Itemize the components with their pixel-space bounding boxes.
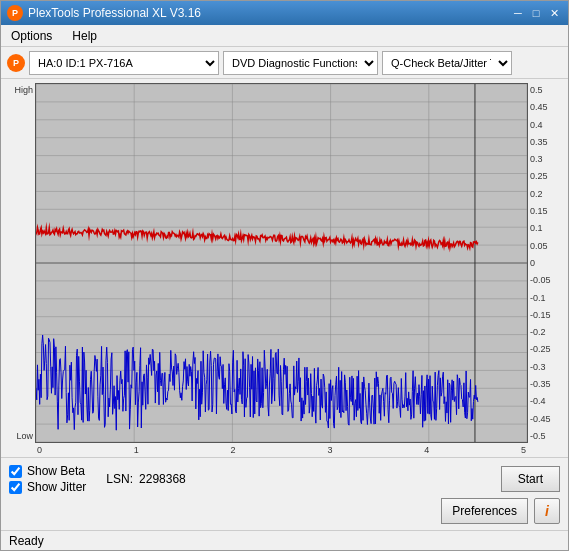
menu-options[interactable]: Options — [5, 27, 58, 45]
minimize-button[interactable]: ─ — [510, 5, 526, 21]
chart-container: High Low 0.5 0.45 0.4 0.35 0.3 0.25 0.2 … — [7, 83, 562, 443]
restore-button[interactable]: □ — [528, 5, 544, 21]
chart-canvas — [36, 84, 527, 442]
show-jitter-label: Show Jitter — [27, 480, 86, 494]
y-left-high: High — [7, 85, 33, 95]
bottom-panel: Show Beta Show Jitter LSN: 2298368 Start… — [1, 457, 568, 530]
x-axis-labels: 0 1 2 3 4 5 — [37, 443, 526, 455]
chart-plot — [35, 83, 528, 443]
y-left-low: Low — [7, 431, 33, 441]
chart-area: High Low 0.5 0.45 0.4 0.35 0.3 0.25 0.2 … — [1, 79, 568, 457]
lsn-section: LSN: 2298368 — [106, 472, 185, 486]
close-button[interactable]: ✕ — [546, 5, 562, 21]
show-beta-checkbox[interactable] — [9, 465, 22, 478]
info-button[interactable]: i — [534, 498, 560, 524]
bottom-row1: Show Beta Show Jitter LSN: 2298368 Start — [9, 464, 560, 494]
show-beta-label: Show Beta — [27, 464, 85, 478]
menu-help[interactable]: Help — [66, 27, 103, 45]
show-beta-row: Show Beta — [9, 464, 86, 478]
right-controls: Preferences i — [441, 498, 560, 524]
app-icon: P — [7, 5, 23, 21]
title-bar: P PlexTools Professional XL V3.16 ─ □ ✕ — [1, 1, 568, 25]
main-window: P PlexTools Professional XL V3.16 ─ □ ✕ … — [0, 0, 569, 551]
show-jitter-row: Show Jitter — [9, 480, 86, 494]
drive-select[interactable]: HA:0 ID:1 PX-716A — [29, 51, 219, 75]
lsn-label: LSN: — [106, 472, 133, 486]
preferences-button[interactable]: Preferences — [441, 498, 528, 524]
test-select[interactable]: Q-Check Beta/Jitter Test — [382, 51, 512, 75]
checkboxes: Show Beta Show Jitter — [9, 464, 86, 494]
function-select[interactable]: DVD Diagnostic Functions — [223, 51, 378, 75]
drive-icon: P — [7, 54, 25, 72]
status-text: Ready — [9, 534, 44, 548]
title-bar-left: P PlexTools Professional XL V3.16 — [7, 5, 201, 21]
title-bar-controls: ─ □ ✕ — [510, 5, 562, 21]
toolbar: P HA:0 ID:1 PX-716A DVD Diagnostic Funct… — [1, 47, 568, 79]
show-jitter-checkbox[interactable] — [9, 481, 22, 494]
window-title: PlexTools Professional XL V3.16 — [28, 6, 201, 20]
y-axis-left: High Low — [7, 83, 35, 443]
start-button[interactable]: Start — [501, 466, 560, 492]
status-bar: Ready — [1, 530, 568, 550]
bottom-row2: Preferences i — [9, 498, 560, 524]
menu-bar: Options Help — [1, 25, 568, 47]
lsn-value: 2298368 — [139, 472, 186, 486]
y-axis-right: 0.5 0.45 0.4 0.35 0.3 0.25 0.2 0.15 0.1 … — [528, 83, 562, 443]
